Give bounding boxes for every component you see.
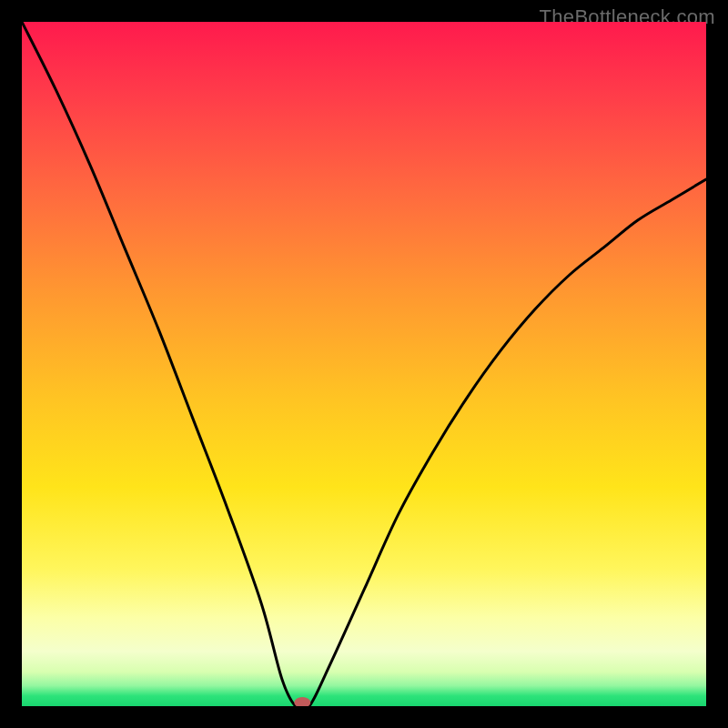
plot-area [22,22,706,706]
chart-frame: TheBottleneck.com [0,0,728,728]
bottleneck-curve [22,22,706,706]
svg-point-0 [294,697,310,706]
